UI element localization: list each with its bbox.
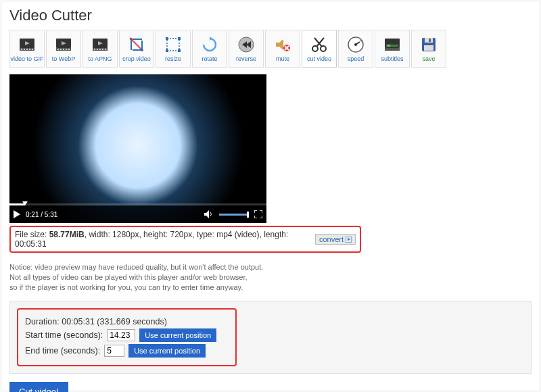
toolbar: video to GIF to WebP to APNG crop video … [9,30,532,68]
svg-marker-57 [347,239,350,241]
svg-marker-30 [210,36,212,41]
tool-label: subtitles [381,55,403,62]
tool-label: to WebP [52,55,75,62]
tool-save[interactable]: save [411,30,446,68]
svg-point-44 [354,43,357,46]
tool-label: rotate [202,55,217,62]
svg-rect-27 [178,37,181,40]
film-icon [18,35,37,54]
svg-rect-29 [178,49,181,52]
volume-icon[interactable] [204,210,214,218]
tool-rotate[interactable]: rotate [192,30,227,68]
tool-speed[interactable]: speed [338,30,373,68]
svg-text:TXT: TXT [387,45,391,47]
svg-rect-21 [102,49,103,50]
file-info-text: File size: 58.77MiB, width: 1280px, heig… [15,230,312,249]
svg-marker-34 [276,39,283,50]
volume-slider[interactable] [219,214,249,216]
save-icon [419,35,438,54]
filesize-prefix: File size: [15,230,49,239]
tool-crop-video[interactable]: crop video [119,30,154,68]
tool-label: mute [276,55,289,62]
svg-rect-6 [32,49,33,50]
notice-text: Notice: video preview may have reduced q… [9,262,532,293]
tool-cut-video[interactable]: cut video [302,30,337,68]
cut-icon [310,35,329,54]
convert-button[interactable]: convert [315,234,356,245]
tool-label: video to GIF [10,55,43,62]
svg-rect-25 [167,39,179,51]
svg-rect-11 [60,49,62,50]
subtitles-icon: TXT [383,35,402,54]
time-display: 0:21 / 5:31 [26,211,57,218]
video-player[interactable]: 0:21 / 5:31 [9,74,266,223]
svg-rect-2 [21,49,22,50]
speed-icon [346,35,365,54]
notice-line: Not all types of video can be played wit… [9,272,532,283]
svg-rect-12 [63,49,64,50]
svg-rect-5 [29,49,30,50]
video-controls: 0:21 / 5:31 [9,205,266,223]
tool-label: resize [165,55,181,62]
svg-rect-10 [57,49,59,50]
notice-line: so if the player is not working for you,… [9,283,532,293]
duration-label: Duration: 00:05:31 (331.669 seconds) [25,317,167,326]
tool-label: crop video [122,55,151,62]
tool-label: reverse [236,55,256,62]
cut-video-button[interactable]: Cut video! [9,382,68,392]
tool-subtitles[interactable]: TXT subtitles [375,30,410,68]
film-icon [91,35,110,54]
svg-rect-13 [66,49,67,50]
tool-reverse[interactable]: reverse [229,30,264,68]
filesize-value: 58.77MiB [49,230,85,239]
resize-icon [164,35,183,54]
film-icon [54,35,73,54]
tool-resize[interactable]: resize [156,30,191,68]
use-position-start-button[interactable]: Use current position [139,328,216,342]
svg-rect-19 [97,49,98,50]
current-time: 0:21 [26,211,39,218]
download-icon [346,237,352,243]
timing-panel: Duration: 00:05:31 (331.669 seconds) Sta… [9,301,532,374]
tool-mute[interactable]: mute [265,30,300,68]
svg-rect-20 [99,49,101,50]
start-time-row: Start time (seconds): Use current positi… [25,328,229,342]
svg-marker-54 [14,210,20,218]
notice-line: Notice: video preview may have reduced q… [9,262,532,272]
mute-icon [273,35,292,54]
tool-label: speed [348,55,364,62]
fullscreen-icon[interactable] [254,210,262,218]
reverse-icon [237,35,256,54]
svg-rect-28 [166,49,168,52]
end-time-label: End time (seconds): [25,346,100,356]
convert-label: convert [319,235,344,243]
play-button[interactable] [14,210,20,218]
svg-rect-26 [166,37,168,40]
tool-to-apng[interactable]: to APNG [83,30,118,68]
svg-rect-18 [94,49,95,50]
tool-label: cut video [307,55,331,62]
use-position-end-button[interactable]: Use current position [128,344,206,358]
end-time-input[interactable] [104,345,124,357]
page-title: Video Cutter [9,7,532,24]
svg-rect-52 [429,39,431,42]
svg-marker-55 [204,210,209,218]
duration-row: Duration: 00:05:31 (331.669 seconds) [25,317,229,326]
svg-rect-53 [424,45,433,51]
start-time-label: Start time (seconds): [25,330,103,340]
svg-rect-3 [24,49,25,50]
total-time: 5:31 [45,211,57,218]
start-time-input[interactable] [107,329,135,341]
tool-label: to APNG [88,55,112,62]
end-time-row: End time (seconds): Use current position [25,344,229,358]
crop-icon [127,35,146,54]
rotate-icon [200,35,219,54]
svg-rect-22 [105,49,106,50]
tool-to-webp[interactable]: to WebP [46,30,81,68]
tool-video-to-gif[interactable]: video to GIF [9,30,45,68]
tool-label: save [422,55,435,62]
file-info-box: File size: 58.77MiB, width: 1280px, heig… [9,226,361,253]
svg-rect-4 [26,49,28,50]
svg-rect-14 [68,49,70,50]
svg-rect-47 [385,48,400,51]
